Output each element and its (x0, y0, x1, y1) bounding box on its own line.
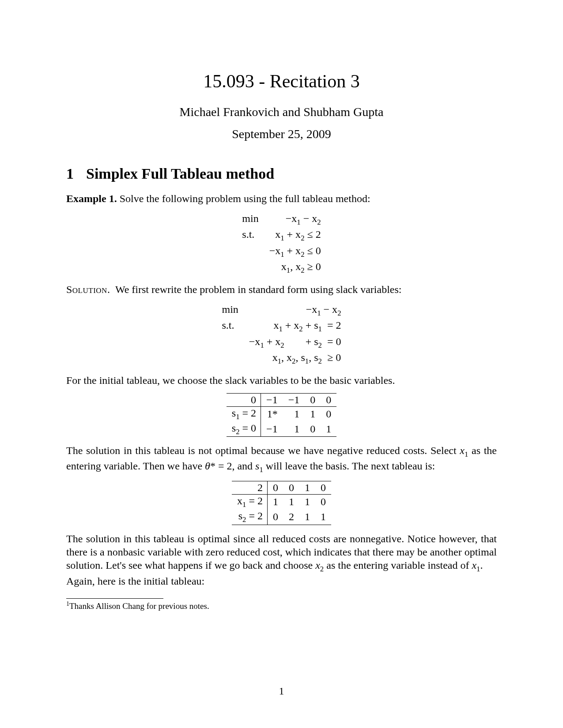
std-c1-rhs: = 2 (325, 318, 344, 334)
t2-r0-c0: 0 (267, 481, 283, 494)
t2-r0-c2: 1 (299, 481, 315, 494)
t1-r2-basis: s2 = 0 (227, 422, 261, 437)
t1-r1-c0: 1* (261, 406, 283, 421)
example-1: Example 1. Solve the following problem u… (66, 192, 497, 205)
t1-r0-c2: 0 (305, 393, 321, 406)
std-st-label: s.t. (219, 318, 246, 334)
t1-r1-c1: 1 (283, 406, 305, 421)
solution-intro-text: We first rewrite the problem in standard… (110, 284, 401, 295)
t2-r2-c3: 1 (315, 510, 331, 525)
tableau-2-row-1: x1 = 2 1 1 1 0 (232, 494, 331, 509)
tableau-2: 2 0 0 1 0 x1 = 2 1 1 1 0 s2 = 2 0 2 1 1 (232, 481, 331, 525)
t1-r0-c3: 0 (321, 393, 336, 406)
t1-r1-c2: 1 (305, 406, 321, 421)
t2-r0-basis: 2 (232, 481, 267, 494)
footnote-1: 1Thanks Allison Chang for previous notes… (66, 600, 497, 612)
std-objective: −x1 − x2 (246, 302, 344, 318)
solution-intro: Solution. We first rewrite the problem i… (66, 283, 497, 296)
example-1-label: Example 1. (66, 193, 117, 204)
footnote-text: Thanks Allison Chang for previous notes. (69, 602, 209, 611)
para-again: Again, here is the initial tableau: (66, 574, 497, 588)
t1-r0-c0: −1 (261, 393, 283, 406)
section-1-number: 1 (66, 165, 74, 182)
t2-r2-c1: 2 (283, 510, 299, 525)
t1-r0-c1: −1 (283, 393, 305, 406)
std-nonneg-rhs: ≥ 0 (325, 350, 344, 366)
std-nonneg-lhs: x1, x2, s1, s2 (246, 350, 325, 366)
problem-standard-form: min −x1 − x2 s.t. x1 + x2 + s1 = 2 −x1 +… (66, 302, 497, 367)
std-c1-lhs: x1 + x2 + s1 (246, 318, 325, 334)
t2-r0-c1: 0 (283, 481, 299, 494)
t1-r2-c1: 1 (283, 422, 305, 437)
date: September 25, 2009 (66, 127, 497, 141)
tableau-1-row-obj: 0 −1 −1 0 0 (227, 393, 336, 406)
std-min-label: min (219, 302, 246, 318)
tableau-1-row-1: s1 = 2 1* 1 1 0 (227, 406, 336, 421)
t2-r1-c3: 0 (315, 494, 331, 509)
t2-r2-basis: s2 = 2 (232, 510, 267, 525)
page: 15.093 - Recitation 3 Michael Frankovich… (0, 0, 563, 728)
t1-r2-c3: 1 (321, 422, 336, 437)
std-c2-lhs: −x1 + x2 + s2 (246, 334, 325, 350)
document-title: 15.093 - Recitation 3 (66, 71, 497, 92)
min-label: min (239, 211, 266, 227)
constraint-nonneg: x1, x2 ≥ 0 (267, 259, 324, 275)
example-1-text: Solve the following problem using the fu… (120, 193, 370, 204)
section-1-heading: 1Simplex Full Tableau method (66, 165, 497, 182)
t2-r2-c0: 0 (267, 510, 283, 525)
footnote-marker: 1 (66, 600, 69, 607)
authors: Michael Frankovich and Shubham Gupta (66, 105, 497, 119)
t2-r2-c2: 1 (299, 510, 315, 525)
tableau-1-row-2: s2 = 0 −1 1 0 1 (227, 422, 336, 437)
tableau-2-row-2: s2 = 2 0 2 1 1 (232, 510, 331, 525)
t2-r0-c3: 0 (315, 481, 331, 494)
st-label: s.t. (239, 227, 266, 243)
para-initial-tableau: For the initial tableau, we choose the s… (66, 374, 497, 387)
t1-r0-basis: 0 (227, 393, 261, 406)
tableau-2-row-obj: 2 0 0 1 0 (232, 481, 331, 494)
t1-r1-basis: s1 = 2 (227, 406, 261, 421)
tableau-1: 0 −1 −1 0 0 s1 = 2 1* 1 1 0 s2 = 0 −1 1 … (227, 393, 336, 437)
para-after-tableau-1: The solution in this tableau is not opti… (66, 444, 497, 475)
t1-r1-c3: 0 (321, 406, 336, 421)
solution-label: Solution. (66, 284, 110, 295)
std-c2-rhs: = 0 (325, 334, 344, 350)
problem-original: min−x1 − x2 s.t.x1 + x2 ≤ 2 −x1 + x2 ≤ 0… (66, 211, 497, 276)
para-after-tableau-2: The solution in this tableau is optimal … (66, 532, 497, 574)
t2-r1-c0: 1 (267, 494, 283, 509)
constraint-1: x1 + x2 ≤ 2 (267, 227, 324, 243)
t2-r1-c2: 1 (299, 494, 315, 509)
constraint-2: −x1 + x2 ≤ 0 (267, 244, 324, 259)
page-number: 1 (0, 685, 563, 697)
objective: −x1 − x2 (267, 211, 324, 227)
t2-r1-basis: x1 = 2 (232, 494, 267, 509)
t2-r1-c1: 1 (283, 494, 299, 509)
footnote-rule (66, 598, 163, 599)
t1-r2-c2: 0 (305, 422, 321, 437)
section-1-title: Simplex Full Tableau method (86, 165, 274, 182)
t1-r2-c0: −1 (261, 422, 283, 437)
